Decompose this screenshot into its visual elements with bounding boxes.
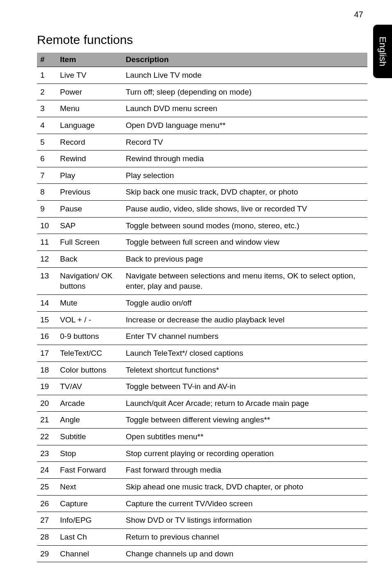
cell-num: 27 (37, 512, 57, 529)
cell-num: 19 (37, 378, 57, 395)
cell-desc: Stop current playing or recording operat… (122, 445, 367, 462)
cell-num: 8 (37, 184, 57, 201)
cell-item: Info/EPG (57, 512, 122, 529)
cell-item: Pause (57, 201, 122, 218)
language-tab: English (373, 25, 392, 78)
cell-desc: Open subtitles menu** (122, 429, 367, 445)
cell-item: SAP (57, 217, 122, 234)
cell-num: 6 (37, 151, 57, 167)
cell-item: TeleText/CC (57, 345, 122, 361)
table-row: 8PreviousSkip back one music track, DVD … (37, 184, 367, 201)
cell-desc: Toggle between TV-in and AV-in (122, 378, 367, 395)
cell-desc: Change channels up and down (122, 545, 367, 562)
cell-item: Language (57, 117, 122, 134)
page-number: 47 (354, 10, 363, 19)
cell-num: 5 (37, 134, 57, 151)
cell-item: Mute (57, 294, 122, 311)
cell-desc: Skip back one music track, DVD chapter, … (122, 184, 367, 201)
table-row: 15VOL + / -Increase or decrease the audi… (37, 311, 367, 328)
cell-item: Capture (57, 495, 122, 512)
table-row: 29ChannelChange channels up and down (37, 545, 367, 562)
cell-num: 4 (37, 117, 57, 134)
cell-item: Angle (57, 412, 122, 429)
table-row: 6RewindRewind through media (37, 151, 367, 167)
cell-num: 9 (37, 201, 57, 218)
table-row: 12BackBack to previous page (37, 251, 367, 268)
cell-num: 2 (37, 83, 57, 100)
cell-item: Last Ch (57, 528, 122, 545)
cell-num: 26 (37, 495, 57, 512)
cell-desc: Play selection (122, 167, 367, 184)
cell-desc: Enter TV channel numbers (122, 328, 367, 345)
table-row: 2PowerTurn off; sleep (depending on mode… (37, 83, 367, 100)
cell-num: 29 (37, 545, 57, 562)
cell-item: Fast Forward (57, 462, 122, 479)
cell-desc: Back to previous page (122, 251, 367, 268)
cell-desc: Capture the current TV/Video screen (122, 495, 367, 512)
cell-desc: Toggle between different viewing angles*… (122, 412, 367, 429)
cell-desc: Toggle between sound modes (mono, stereo… (122, 217, 367, 234)
cell-num: 18 (37, 361, 57, 378)
cell-item: Color buttons (57, 361, 122, 378)
cell-num: 25 (37, 479, 57, 496)
remote-functions-table: # Item Description 1Live TVLaunch Live T… (37, 53, 367, 563)
cell-num: 20 (37, 395, 57, 412)
cell-num: 22 (37, 429, 57, 445)
table-row: 10SAPToggle between sound modes (mono, s… (37, 217, 367, 234)
table-row: 7PlayPlay selection (37, 167, 367, 184)
table-row: 5RecordRecord TV (37, 134, 367, 151)
cell-item: Channel (57, 545, 122, 562)
cell-item: Power (57, 83, 122, 100)
cell-num: 13 (37, 267, 57, 294)
table-row: 11Full ScreenToggle between full screen … (37, 234, 367, 251)
cell-item: TV/AV (57, 378, 122, 395)
table-row: 23StopStop current playing or recording … (37, 445, 367, 462)
table-row: 4LanguageOpen DVD language menu** (37, 117, 367, 134)
table-row: 13Navigation/ OK buttonsNavigate between… (37, 267, 367, 294)
cell-item: Back (57, 251, 122, 268)
cell-desc: Launch TeleText*/ closed captions (122, 345, 367, 361)
cell-item: Menu (57, 100, 122, 117)
cell-item: Live TV (57, 67, 122, 84)
cell-item: Full Screen (57, 234, 122, 251)
cell-desc: Fast forward through media (122, 462, 367, 479)
cell-item: VOL + / - (57, 311, 122, 328)
table-row: 22SubtitleOpen subtitles menu** (37, 429, 367, 445)
cell-desc: Launch Live TV mode (122, 67, 367, 84)
table-row: 160-9 buttonsEnter TV channel numbers (37, 328, 367, 345)
cell-num: 11 (37, 234, 57, 251)
cell-desc: Increase or decrease the audio playback … (122, 311, 367, 328)
table-row: 26CaptureCapture the current TV/Video sc… (37, 495, 367, 512)
header-num: # (37, 53, 57, 67)
table-row: 3MenuLaunch DVD menu screen (37, 100, 367, 117)
cell-item: Rewind (57, 151, 122, 167)
cell-num: 28 (37, 528, 57, 545)
cell-desc: Rewind through media (122, 151, 367, 167)
cell-desc: Pause audio, video, slide shows, live or… (122, 201, 367, 218)
cell-item: Next (57, 479, 122, 496)
cell-num: 21 (37, 412, 57, 429)
table-header-row: # Item Description (37, 53, 367, 67)
cell-item: Navigation/ OK buttons (57, 267, 122, 294)
cell-item: Previous (57, 184, 122, 201)
cell-num: 12 (37, 251, 57, 268)
cell-item: Arcade (57, 395, 122, 412)
cell-num: 23 (37, 445, 57, 462)
cell-num: 3 (37, 100, 57, 117)
cell-desc: Launch/quit Acer Arcade; return to Arcad… (122, 395, 367, 412)
table-row: 1Live TVLaunch Live TV mode (37, 67, 367, 84)
cell-num: 24 (37, 462, 57, 479)
cell-num: 14 (37, 294, 57, 311)
table-row: 19TV/AVToggle between TV-in and AV-in (37, 378, 367, 395)
cell-desc: Return to previous channel (122, 528, 367, 545)
table-row: 25NextSkip ahead one music track, DVD ch… (37, 479, 367, 496)
table-row: 21AngleToggle between different viewing … (37, 412, 367, 429)
cell-num: 1 (37, 67, 57, 84)
cell-desc: Navigate between selections and menu ite… (122, 267, 367, 294)
table-row: 27Info/EPGShow DVD or TV listings inform… (37, 512, 367, 529)
cell-num: 17 (37, 345, 57, 361)
cell-item: Stop (57, 445, 122, 462)
table-row: 9PausePause audio, video, slide shows, l… (37, 201, 367, 218)
cell-desc: Open DVD language menu** (122, 117, 367, 134)
cell-desc: Launch DVD menu screen (122, 100, 367, 117)
